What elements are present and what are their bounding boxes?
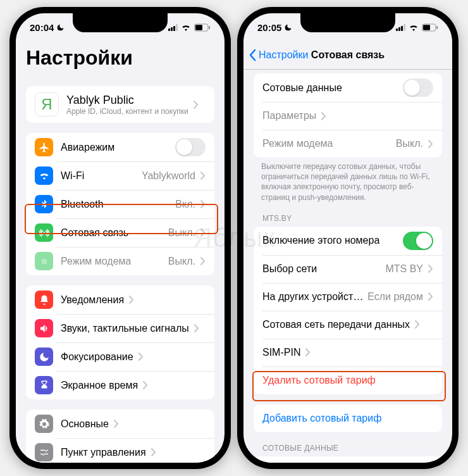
cellular-signal-icon [168, 24, 178, 31]
battery-icon [194, 23, 211, 32]
apple-id-row[interactable]: Я Yablyk Public Apple ID, iCloud, контен… [26, 86, 214, 123]
other-detail: Если рядом [364, 291, 423, 303]
airplane-switch[interactable] [175, 138, 206, 156]
enable-label: Включение этого номера [262, 235, 379, 246]
chevron-right-icon [200, 200, 206, 208]
section-mts: MTS.BY [243, 203, 452, 227]
bell-icon [35, 291, 53, 309]
chevron-right-icon [305, 348, 311, 356]
svg-rect-8 [423, 25, 430, 30]
sliders-icon [35, 443, 53, 461]
cellular-detail: Выкл. [164, 227, 195, 239]
wifi-row-icon [35, 166, 53, 185]
svg-rect-2 [209, 26, 210, 29]
page-title: Настройки [16, 41, 225, 76]
phone-left: 20:04 Настройки Я Yablyk Public A [9, 7, 231, 469]
profile-name: Yablyk Public [66, 94, 188, 107]
options-label: Параметры [262, 110, 316, 122]
speaker-icon [35, 319, 53, 337]
data-network-row[interactable]: Сотовая сеть передачи данных [254, 311, 442, 339]
chevron-right-icon [200, 172, 206, 180]
remove-label: Удалить сотовый тариф [262, 375, 376, 386]
other-label: На других устройствах [262, 291, 364, 303]
network-detail: MTS BY [381, 263, 423, 275]
hotspot-icon [35, 252, 53, 270]
do-not-disturb-icon [56, 23, 65, 32]
chevron-right-icon [129, 296, 134, 304]
airplane-label: Авиарежим [61, 142, 114, 153]
notifications-row[interactable]: Уведомления [26, 285, 214, 314]
bluetooth-label: Bluetooth [61, 199, 104, 210]
add-plan-label: Добавить сотовый тариф [262, 413, 381, 424]
cellular-signal-icon [396, 24, 405, 31]
chevron-right-icon [200, 257, 206, 265]
hotspot-row[interactable]: Режим модема Выкл. [26, 247, 214, 275]
phone-right: 20:05 Настройки Сотовая связь [237, 7, 459, 469]
back-button[interactable]: Настройки [249, 49, 308, 61]
chevron-right-icon [428, 140, 433, 148]
bluetooth-icon [35, 195, 53, 213]
profile-icon: Я [35, 92, 59, 116]
cellular-data-row[interactable]: Сотовые данные [254, 73, 442, 102]
chevron-right-icon [200, 229, 206, 237]
cellular-row[interactable]: Сотовая связь Выкл. [26, 218, 214, 247]
nav-title: Сотовая связь [311, 49, 385, 61]
chevron-left-icon [249, 49, 256, 61]
enable-number-row[interactable]: Включение этого номера [254, 227, 442, 255]
chevron-right-icon [428, 292, 433, 301]
cellular-data-label: Сотовые данные [262, 82, 342, 94]
svg-rect-1 [195, 25, 202, 30]
network-select-row[interactable]: Выбор сети MTS BY [254, 255, 442, 283]
wifi-icon [181, 23, 191, 31]
control-center-row[interactable]: Пункт управления [26, 438, 214, 463]
focus-row[interactable]: Фокусирование [26, 342, 214, 371]
notch [300, 13, 395, 32]
svg-rect-9 [436, 26, 438, 29]
control-label: Пункт управления [61, 447, 146, 458]
sounds-label: Звуки, тактильные сигналы [61, 323, 189, 334]
hotspot-row-r[interactable]: Режим модема Выкл. [254, 130, 442, 158]
hotspot-label: Режим модема [61, 256, 131, 267]
other-devices-row[interactable]: На других устройствах Если рядом [254, 283, 442, 311]
chevron-right-icon [428, 265, 433, 273]
status-time: 20:05 [257, 22, 281, 33]
do-not-disturb-icon [284, 23, 292, 32]
sim-pin-row[interactable]: SIM-PIN [254, 339, 442, 366]
wifi-row[interactable]: Wi-Fi Yablykworld [26, 161, 214, 190]
battery-icon [422, 23, 438, 32]
airplane-mode-row[interactable]: Авиарежим [26, 133, 214, 161]
simpin-label: SIM-PIN [262, 347, 300, 358]
profile-sub: Apple ID, iCloud, контент и покупки [66, 107, 188, 116]
screentime-row[interactable]: Экранное время [26, 371, 214, 399]
enable-switch[interactable] [403, 232, 433, 250]
cellular-footer: Выключите передачу сотовых данных, чтобы… [243, 158, 452, 203]
cellular-data-switch[interactable] [403, 78, 433, 97]
hourglass-icon [35, 376, 53, 394]
network-label: Выбор сети [262, 263, 317, 275]
section-data: СОТОВЫЕ ДАННЫЕ [243, 432, 452, 456]
general-row[interactable]: Основные [26, 410, 214, 438]
bluetooth-row[interactable]: Bluetooth Вкл. [26, 190, 214, 218]
hotspot-detail: Выкл. [164, 256, 195, 267]
chevron-right-icon [415, 320, 420, 329]
bluetooth-detail: Вкл. [171, 199, 195, 210]
wifi-icon [409, 23, 419, 31]
gear-icon [35, 415, 53, 433]
chevron-right-icon [321, 112, 326, 120]
chevron-right-icon [139, 353, 144, 361]
nav-bar: Настройки Сотовая связь [243, 41, 452, 70]
airplane-icon [35, 138, 53, 156]
back-label: Настройки [259, 49, 308, 61]
options-row[interactable]: Параметры [254, 102, 442, 130]
status-time: 20:04 [30, 22, 54, 33]
datanet-label: Сотовая сеть передачи данных [262, 319, 410, 330]
add-plan-row[interactable]: Добавить сотовый тариф [254, 404, 442, 432]
current-period-row: Текущий период 15,2 ГБ [254, 456, 442, 463]
hotspot-label-r: Режим модема [262, 138, 333, 149]
moon-icon [35, 348, 53, 366]
notch [73, 13, 168, 32]
screentime-label: Экранное время [61, 380, 138, 391]
general-label: Основные [61, 418, 109, 430]
sounds-row[interactable]: Звуки, тактильные сигналы [26, 314, 214, 342]
remove-plan-row[interactable]: Удалить сотовый тариф [254, 366, 442, 394]
